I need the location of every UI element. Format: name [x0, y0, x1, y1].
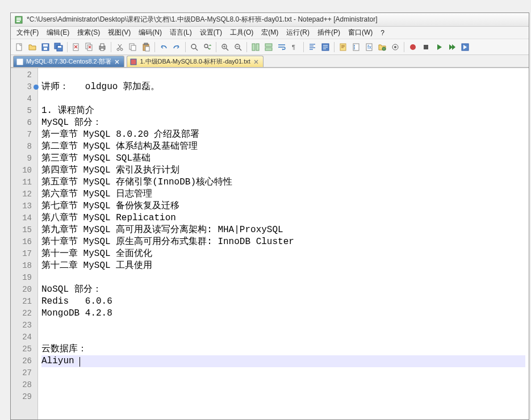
menu-item[interactable]: 视图(V)	[104, 27, 134, 39]
menu-item[interactable]: 插件(P)	[314, 27, 344, 39]
function-list-button[interactable]: fx	[363, 41, 375, 53]
record-macro-button[interactable]	[407, 41, 419, 53]
menu-item[interactable]: 搜索(S)	[74, 27, 103, 39]
undo-button[interactable]	[157, 41, 170, 53]
print-button[interactable]	[96, 41, 108, 53]
show-all-chars-button[interactable]: ¶	[289, 41, 301, 53]
code-line[interactable]: 第四章节 MySQL 索引及执行计划	[41, 165, 525, 177]
code-line[interactable]: Redis 6.0.6	[41, 296, 525, 308]
tab-close-button[interactable]	[114, 58, 120, 65]
open-file-button[interactable]	[26, 41, 39, 53]
code-line[interactable]: MySQL 部分：	[41, 117, 525, 129]
indent-guide-button[interactable]	[306, 41, 319, 53]
file-icon	[16, 58, 24, 66]
code-line[interactable]	[41, 69, 525, 81]
menu-item[interactable]: 工具(O)	[227, 27, 257, 39]
menu-item[interactable]: 语言(L)	[166, 27, 195, 39]
menu-item[interactable]: 文件(F)	[13, 27, 42, 39]
line-number: 13	[11, 200, 37, 212]
svg-rect-28	[252, 44, 255, 51]
sync-vscroll-button[interactable]	[249, 41, 262, 53]
code-line[interactable]: 第七章节 MySQL 备份恢复及迁移	[41, 200, 525, 212]
sync-hscroll-button[interactable]	[262, 41, 275, 53]
code-line[interactable]	[41, 272, 525, 284]
save-button[interactable]	[39, 41, 52, 53]
zoom-in-button[interactable]	[219, 41, 231, 53]
code-line[interactable]	[41, 93, 525, 105]
doc-map-button[interactable]	[337, 41, 349, 53]
new-file-button[interactable]	[13, 41, 26, 53]
code-line[interactable]	[41, 367, 525, 379]
toolbar: ¶ fx	[11, 39, 529, 55]
menu-item[interactable]: ?	[377, 28, 388, 38]
code-line[interactable]: 第三章节 MySQL SQL基础	[41, 153, 525, 165]
menu-item[interactable]: 宏(M)	[258, 27, 282, 39]
line-number: 28	[11, 379, 37, 391]
code-line[interactable]: 1. 课程简介	[41, 105, 525, 117]
code-line[interactable]: 第十二章 MySQL 工具使用	[41, 260, 525, 272]
code-line[interactable]: 第八章节 MySQL Replication	[41, 212, 525, 224]
line-number: 27	[11, 367, 37, 379]
code-line[interactable]: NoSQL 部分：	[41, 284, 525, 296]
paste-button[interactable]	[140, 41, 152, 53]
code-line[interactable]	[41, 379, 525, 391]
code-line[interactable]	[41, 320, 525, 331]
svg-point-17	[117, 48, 119, 51]
tab-close-button[interactable]	[253, 58, 260, 65]
svg-rect-22	[144, 43, 148, 45]
file-tab[interactable]: 1.中级DBA-MySQL8.0-标杆班-day01.txt	[127, 56, 263, 67]
code-line[interactable]: 云数据库：	[41, 343, 525, 355]
menu-item[interactable]: 编辑(E)	[43, 27, 73, 39]
code-line[interactable]	[41, 391, 525, 403]
svg-rect-48	[131, 59, 136, 65]
line-number: 24	[11, 331, 37, 343]
monitoring-button[interactable]	[389, 41, 402, 53]
redo-button[interactable]	[170, 41, 183, 53]
zoom-out-button[interactable]	[232, 41, 244, 53]
line-number: 9	[11, 153, 37, 165]
editor-area[interactable]: 讲师： oldguo 郭加磊。1. 课程简介MySQL 部分：第一章节 MySQ…	[38, 68, 529, 419]
svg-rect-34	[340, 44, 346, 51]
replace-button[interactable]	[201, 41, 214, 53]
menu-item[interactable]: 运行(R)	[283, 27, 313, 39]
svg-text:fx: fx	[367, 44, 372, 50]
svg-point-37	[354, 47, 355, 48]
file-tab[interactable]: MySQL-8.7.30-Centos8.2-部署	[13, 56, 124, 67]
udl-button[interactable]	[319, 41, 332, 53]
code-line[interactable]: 第五章节 MySQL 存储引擎(InnoDB)核心特性	[41, 177, 525, 188]
folder-workspace-button[interactable]	[376, 41, 388, 53]
code-line[interactable]: 讲师： oldguo 郭加磊。	[41, 81, 525, 93]
stop-macro-button[interactable]	[420, 41, 432, 53]
svg-rect-1	[16, 18, 21, 19]
code-line[interactable]: Aliyun	[41, 355, 525, 367]
close-button[interactable]	[70, 41, 82, 53]
svg-point-41	[382, 47, 386, 51]
code-line[interactable]: 第十章节 MySQL 原生高可用分布式集群: InnoDB Cluster	[41, 236, 525, 248]
toolbar-separator	[185, 42, 186, 52]
code-line[interactable]: 第一章节 MySQL 8.0.20 介绍及部署	[41, 129, 525, 141]
menu-item[interactable]: 编码(N)	[135, 27, 165, 39]
copy-button[interactable]	[127, 41, 139, 53]
play-multi-button[interactable]	[446, 41, 458, 53]
code-line[interactable]: 第二章节 MySQL 体系结构及基础管理	[41, 141, 525, 153]
menu-item[interactable]: 设置(T)	[196, 27, 225, 39]
menu-item[interactable]: 窗口(W)	[345, 27, 376, 39]
code-line[interactable]: 第九章节 MySQL 高可用及读写分离架构: MHA|ProxySQL	[41, 224, 525, 236]
toolbar-separator	[154, 42, 155, 52]
play-macro-button[interactable]	[433, 41, 445, 53]
code-line[interactable]: 第十一章 MySQL 全面优化	[41, 248, 525, 260]
find-button[interactable]	[188, 41, 200, 53]
save-all-button[interactable]	[52, 41, 65, 53]
line-number: 14	[11, 212, 37, 224]
cut-button[interactable]	[114, 41, 126, 53]
svg-rect-6	[43, 44, 48, 47]
code-line[interactable]: MongoDB 4.2.8	[41, 308, 525, 320]
close-all-button[interactable]	[83, 41, 95, 53]
save-macro-button[interactable]	[459, 41, 471, 53]
wordwrap-button[interactable]	[275, 41, 288, 53]
code-line[interactable]	[41, 331, 525, 343]
line-number: 18	[11, 260, 37, 272]
doc-list-button[interactable]	[350, 41, 362, 53]
code-line[interactable]: 第六章节 MySQL 日志管理	[41, 188, 525, 200]
line-number-gutter: 2345678910111213141516171819202122232425…	[11, 68, 38, 419]
